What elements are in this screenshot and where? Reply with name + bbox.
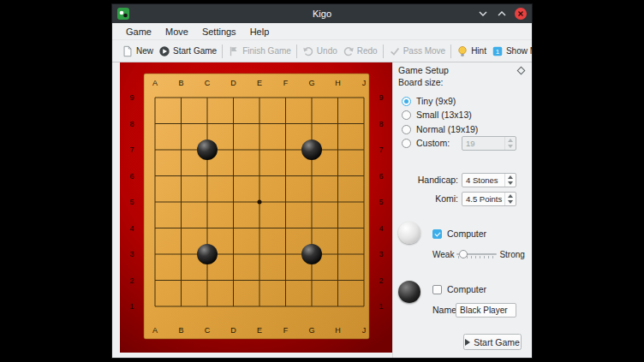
column-label: C xyxy=(205,326,211,335)
row-label: 2 xyxy=(129,276,134,285)
row-label: 3 xyxy=(379,250,383,258)
radio-small-label: Small (13x13) xyxy=(416,110,472,120)
row-label: 9 xyxy=(379,93,383,102)
column-label: E xyxy=(257,79,262,87)
close-icon[interactable] xyxy=(515,8,527,20)
toolbar-start-game-button[interactable]: Start Game xyxy=(156,43,219,60)
radio-tiny-label: Tiny (9x9) xyxy=(416,96,456,106)
row-label: 1 xyxy=(129,302,134,311)
svg-text:1: 1 xyxy=(496,48,499,56)
row-label: 5 xyxy=(379,198,383,206)
column-label: B xyxy=(178,79,183,87)
kigo-window: Kigo Game Move Settings Help xyxy=(111,3,533,359)
play-circle-icon xyxy=(158,45,170,57)
handicap-spinbox[interactable]: 4 Stones xyxy=(462,173,516,187)
row-label: 8 xyxy=(379,120,383,128)
radio-tiny[interactable]: Tiny (9x9) xyxy=(402,95,456,107)
row-label: 4 xyxy=(379,224,383,233)
row-label: 1 xyxy=(379,302,383,311)
board-size-label: Board size: xyxy=(398,77,444,87)
board-area: AABBCCDDEEFFGGHHJJ998877665544332211 xyxy=(120,62,392,353)
go-board[interactable]: AABBCCDDEEFFGGHHJJ998877665544332211 xyxy=(120,62,392,353)
column-label: G xyxy=(308,79,314,87)
radio-tiny-circle[interactable] xyxy=(402,97,411,106)
row-label: 6 xyxy=(379,172,383,181)
toolbar-show-move-numbers-label: Show Move Numbers xyxy=(506,46,532,56)
strong-label: Strong xyxy=(499,250,524,259)
game-setup-panel: Game Setup Board size: Tiny (9x9) Small … xyxy=(392,62,532,359)
column-label: D xyxy=(230,326,236,335)
black-computer-row: Computer xyxy=(432,284,486,294)
custom-size-value: 19 xyxy=(462,137,504,150)
black-stone[interactable] xyxy=(301,244,322,264)
toolbar: New Start Game Finish Game Undo xyxy=(112,40,532,62)
strength-slider-row: Weak Strong xyxy=(432,249,525,259)
toolbar-show-move-numbers-button[interactable]: 1 Show Move Numbers xyxy=(489,43,532,60)
black-player-name-input[interactable]: Black Player xyxy=(456,303,516,317)
spinbox-arrows xyxy=(504,174,516,187)
black-computer-checkbox[interactable] xyxy=(432,285,442,294)
row-label: 4 xyxy=(129,224,134,233)
column-label: A xyxy=(152,326,158,335)
menu-help[interactable]: Help xyxy=(243,25,277,39)
handicap-value[interactable]: 4 Stones xyxy=(462,174,504,187)
hoshi-point xyxy=(258,200,262,205)
spinbox-arrows xyxy=(504,193,516,205)
toolbar-separator xyxy=(450,45,451,58)
spin-down-icon[interactable] xyxy=(505,199,516,206)
radio-custom[interactable]: Custom: xyxy=(402,137,450,149)
spin-up-icon xyxy=(505,137,516,144)
black-stone[interactable] xyxy=(197,139,218,160)
maximize-icon[interactable] xyxy=(496,8,508,20)
menu-game[interactable]: Game xyxy=(119,25,158,39)
titlebar-controls xyxy=(477,4,527,23)
spin-down-icon[interactable] xyxy=(505,181,516,187)
radio-normal-circle[interactable] xyxy=(402,125,411,134)
row-label: 6 xyxy=(129,172,134,181)
black-stone[interactable] xyxy=(197,244,218,264)
komi-value[interactable]: 4.5 Points xyxy=(462,193,504,205)
handicap-label: Handicap: xyxy=(393,173,458,187)
toolbar-redo-label: Redo xyxy=(357,46,378,56)
column-label: J xyxy=(362,79,367,87)
toolbar-hint-button[interactable]: Hint xyxy=(454,43,489,60)
radio-normal[interactable]: Normal (19x19) xyxy=(402,123,478,135)
undo-arrow-icon xyxy=(302,45,314,57)
strength-slider[interactable] xyxy=(456,249,497,259)
minimize-icon[interactable] xyxy=(477,8,489,20)
spin-up-icon[interactable] xyxy=(505,174,516,181)
play-icon xyxy=(465,339,470,346)
toolbar-separator xyxy=(296,45,297,58)
white-computer-checkbox[interactable] xyxy=(432,229,442,239)
float-dock-icon[interactable] xyxy=(517,66,526,74)
radio-small[interactable]: Small (13x13) xyxy=(402,109,472,121)
menu-settings[interactable]: Settings xyxy=(195,25,243,39)
panel-header: Game Setup xyxy=(398,62,524,78)
komi-spinbox[interactable]: 4.5 Points xyxy=(462,192,516,206)
row-label: 3 xyxy=(129,250,134,258)
toolbar-start-game-label: Start Game xyxy=(173,46,217,56)
radio-custom-circle[interactable] xyxy=(402,139,411,148)
black-stone[interactable] xyxy=(301,139,322,160)
desktop-background: Kigo Game Move Settings Help xyxy=(0,0,644,362)
move-numbers-icon: 1 xyxy=(492,45,504,57)
toolbar-separator xyxy=(383,45,384,58)
toolbar-finish-game-button: Finish Game xyxy=(225,43,294,60)
titlebar[interactable]: Kigo xyxy=(112,4,532,23)
toolbar-new-label: New xyxy=(136,46,153,56)
spin-down-icon xyxy=(505,144,516,151)
radio-small-circle[interactable] xyxy=(402,110,411,120)
column-label: E xyxy=(257,326,262,335)
spin-up-icon[interactable] xyxy=(505,193,516,199)
start-game-button-label: Start Game xyxy=(474,337,520,347)
menu-move[interactable]: Move xyxy=(158,25,195,39)
white-computer-label: Computer xyxy=(447,228,486,239)
toolbar-new-button[interactable]: New xyxy=(119,43,156,60)
custom-size-spinbox: 19 xyxy=(462,136,516,151)
redo-arrow-icon xyxy=(343,45,355,57)
toolbar-hint-label: Hint xyxy=(471,46,486,56)
weak-label: Weak xyxy=(432,250,454,259)
row-label: 9 xyxy=(129,93,134,102)
start-game-button[interactable]: Start Game xyxy=(463,334,522,350)
toolbar-undo-label: Undo xyxy=(317,46,337,56)
